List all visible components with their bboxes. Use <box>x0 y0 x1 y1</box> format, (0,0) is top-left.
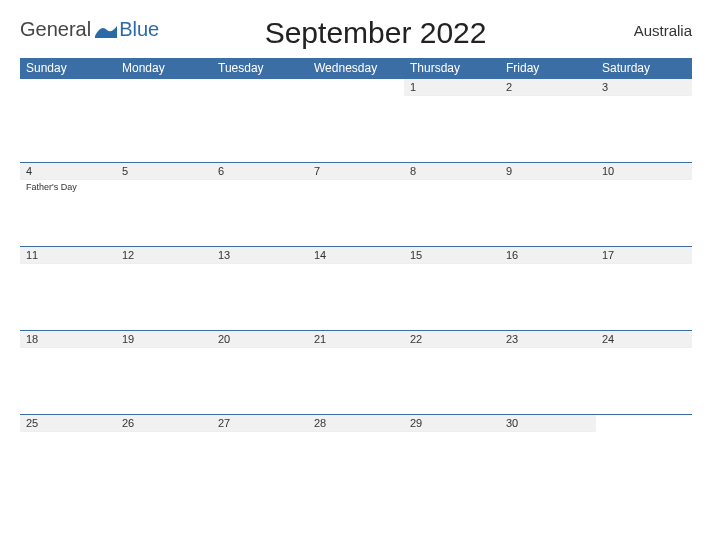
day-cell: 14 <box>308 247 404 331</box>
day-cell: 27 <box>212 415 308 499</box>
day-number: 2 <box>500 79 596 96</box>
day-cell <box>212 79 308 163</box>
brand-wave-icon <box>93 18 117 41</box>
day-number: 26 <box>116 415 212 432</box>
day-number: 30 <box>500 415 596 432</box>
day-cell: 15 <box>404 247 500 331</box>
day-cell: 28 <box>308 415 404 499</box>
day-cell: 20 <box>212 331 308 415</box>
day-header: Thursday <box>404 58 500 79</box>
day-number: 13 <box>212 247 308 264</box>
day-header: Tuesday <box>212 58 308 79</box>
day-cell <box>308 79 404 163</box>
calendar-title: September 2022 <box>159 12 592 50</box>
week-row: 123 <box>20 79 692 163</box>
day-cell: 12 <box>116 247 212 331</box>
day-number: 18 <box>20 331 116 348</box>
day-cell: 6 <box>212 163 308 247</box>
day-number <box>212 79 308 83</box>
day-number: 24 <box>596 331 692 348</box>
day-number: 5 <box>116 163 212 180</box>
day-cell: 2 <box>500 79 596 163</box>
day-number <box>596 415 692 419</box>
day-number: 20 <box>212 331 308 348</box>
day-number: 19 <box>116 331 212 348</box>
day-number: 27 <box>212 415 308 432</box>
day-cell: 24 <box>596 331 692 415</box>
day-cell: 26 <box>116 415 212 499</box>
day-cell: 10 <box>596 163 692 247</box>
day-number <box>116 79 212 83</box>
day-cell: 7 <box>308 163 404 247</box>
day-number: 23 <box>500 331 596 348</box>
day-number: 4 <box>20 163 116 180</box>
week-row: 252627282930 <box>20 415 692 499</box>
day-cell: 1 <box>404 79 500 163</box>
day-cell: 19 <box>116 331 212 415</box>
day-number: 11 <box>20 247 116 264</box>
day-number: 25 <box>20 415 116 432</box>
day-number: 9 <box>500 163 596 180</box>
day-cell: 18 <box>20 331 116 415</box>
day-header: Saturday <box>596 58 692 79</box>
day-number: 12 <box>116 247 212 264</box>
brand-part1: General <box>20 18 91 41</box>
week-row: 4Father's Day5678910 <box>20 163 692 247</box>
day-header: Sunday <box>20 58 116 79</box>
day-cell: 17 <box>596 247 692 331</box>
day-cell: 9 <box>500 163 596 247</box>
calendar-grid: Sunday Monday Tuesday Wednesday Thursday… <box>20 58 692 499</box>
day-cell: 8 <box>404 163 500 247</box>
day-cell: 22 <box>404 331 500 415</box>
day-cell: 4Father's Day <box>20 163 116 247</box>
day-cell: 13 <box>212 247 308 331</box>
day-header: Wednesday <box>308 58 404 79</box>
day-cell: 30 <box>500 415 596 499</box>
day-cell: 3 <box>596 79 692 163</box>
week-row: 11121314151617 <box>20 247 692 331</box>
header: General Blue September 2022 Australia <box>20 8 692 50</box>
brand-logo: General Blue <box>20 12 159 41</box>
day-number: 8 <box>404 163 500 180</box>
week-row: 18192021222324 <box>20 331 692 415</box>
day-number: 21 <box>308 331 404 348</box>
day-header: Monday <box>116 58 212 79</box>
day-number: 3 <box>596 79 692 96</box>
day-cell: 16 <box>500 247 596 331</box>
day-cell: 11 <box>20 247 116 331</box>
day-number: 14 <box>308 247 404 264</box>
brand-part2: Blue <box>119 18 159 41</box>
day-number: 6 <box>212 163 308 180</box>
day-number: 1 <box>404 79 500 96</box>
day-header: Friday <box>500 58 596 79</box>
day-cell: 23 <box>500 331 596 415</box>
day-number <box>308 79 404 83</box>
day-number: 29 <box>404 415 500 432</box>
day-cell <box>20 79 116 163</box>
day-number: 16 <box>500 247 596 264</box>
day-number: 28 <box>308 415 404 432</box>
day-cell: 21 <box>308 331 404 415</box>
day-cell: 25 <box>20 415 116 499</box>
day-number: 15 <box>404 247 500 264</box>
day-number: 10 <box>596 163 692 180</box>
day-number: 22 <box>404 331 500 348</box>
day-cell <box>116 79 212 163</box>
day-cell: 5 <box>116 163 212 247</box>
day-number: 7 <box>308 163 404 180</box>
day-number: 17 <box>596 247 692 264</box>
country-label: Australia <box>592 12 692 39</box>
day-cell <box>596 415 692 499</box>
day-header-row: Sunday Monday Tuesday Wednesday Thursday… <box>20 58 692 79</box>
day-event: Father's Day <box>20 180 116 195</box>
day-cell: 29 <box>404 415 500 499</box>
day-number <box>20 79 116 83</box>
